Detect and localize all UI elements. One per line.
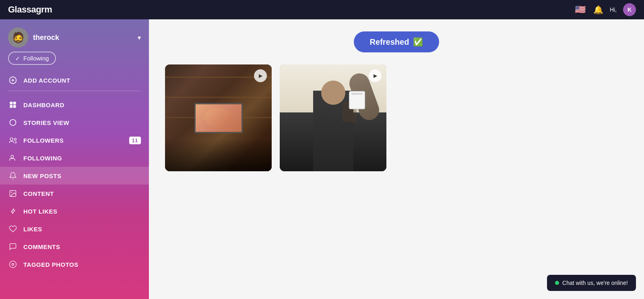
- followers-label: FOLLOWERS: [23, 137, 64, 144]
- svg-rect-6: [13, 105, 16, 108]
- svg-point-8: [10, 138, 13, 141]
- chat-label: Chat with us, we're online!: [562, 280, 628, 286]
- sidebar-item-stories-view[interactable]: STORIES VIEW: [0, 114, 149, 131]
- user-avatar[interactable]: K: [623, 3, 636, 16]
- mug: ЧАРАТОС: [349, 91, 365, 109]
- brand-text: Glassagrm: [8, 4, 52, 15]
- svg-rect-4: [13, 102, 16, 105]
- following-check-icon: ✓: [15, 55, 20, 62]
- sidebar-menu: DASHBOARD STORIES VIEW FOLLOWERS 11: [0, 93, 149, 276]
- navbar: Glassagrm 🇺🇸 🔔 Hi, K: [0, 0, 644, 19]
- tv-screen: [196, 104, 242, 132]
- following-menu-label: FOLLOWING: [23, 155, 62, 162]
- sidebar-item-following[interactable]: FOLLOWING: [0, 149, 149, 167]
- chat-widget[interactable]: Chat with us, we're online!: [547, 275, 636, 291]
- comments-label: COMMENTS: [23, 243, 60, 250]
- tv-person: [204, 108, 232, 127]
- post-card-1[interactable]: ▶: [165, 64, 272, 171]
- sidebar-item-dashboard[interactable]: DASHBOARD: [0, 96, 149, 114]
- stories-label: STORIES VIEW: [23, 119, 69, 126]
- following-icon: [8, 154, 18, 162]
- main-layout: 🧔 therock ▾ ✓ Following ADD ACCOUNT: [0, 19, 644, 299]
- likes-icon: [8, 225, 18, 233]
- sidebar-item-tagged-photos[interactable]: TAGGED PHOTOS: [0, 255, 149, 273]
- add-account-label: ADD ACCOUNT: [23, 77, 70, 84]
- followers-badge: 11: [129, 137, 141, 144]
- sidebar-divider: [8, 91, 141, 91]
- sidebar-item-hot-likes[interactable]: HOT LIKES: [0, 202, 149, 220]
- refresh-button[interactable]: Refreshed ✅: [354, 31, 440, 52]
- sidebar-item-comments[interactable]: COMMENTS: [0, 238, 149, 255]
- following-label: Following: [23, 55, 49, 62]
- sidebar-item-new-posts[interactable]: NEW POSTS: [0, 167, 149, 185]
- svg-point-7: [10, 120, 16, 126]
- play-button-2[interactable]: ▶: [369, 69, 382, 82]
- tv-element: [194, 103, 243, 133]
- flag-icon[interactable]: 🇺🇸: [574, 3, 587, 16]
- tagged-photos-icon: [8, 260, 18, 268]
- svg-point-9: [14, 138, 16, 140]
- followers-icon: [8, 136, 18, 144]
- hot-likes-icon: [8, 207, 18, 215]
- shelf-line-2: [165, 97, 272, 98]
- stories-icon: [8, 118, 18, 127]
- refresh-label: Refreshed: [370, 37, 409, 47]
- dashboard-label: DASHBOARD: [23, 102, 64, 108]
- dashboard-icon: [8, 101, 18, 109]
- posts-grid: ▶ Ч: [165, 64, 628, 171]
- sidebar-item-likes[interactable]: LIKES: [0, 220, 149, 238]
- chat-online-indicator: [555, 281, 559, 285]
- post-card-2[interactable]: ЧАРАТОС ▶: [280, 64, 386, 171]
- likes-label: LIKES: [23, 226, 42, 233]
- profile-avatar[interactable]: 🧔: [8, 27, 28, 48]
- sidebar: 🧔 therock ▾ ✓ Following ADD ACCOUNT: [0, 19, 149, 299]
- sidebar-item-content[interactable]: CONTENT: [0, 185, 149, 202]
- person-head: [321, 81, 345, 105]
- add-icon: [8, 76, 18, 84]
- content-area: Refreshed ✅: [149, 19, 644, 299]
- post-1-overlay: [165, 139, 272, 171]
- svg-point-10: [11, 155, 14, 158]
- svg-point-12: [11, 192, 12, 193]
- add-account-item[interactable]: ADD ACCOUNT: [0, 71, 149, 89]
- tagged-photos-label: TAGGED PHOTOS: [23, 261, 78, 268]
- sidebar-profile: 🧔 therock ▾: [0, 19, 149, 52]
- navbar-right: 🇺🇸 🔔 Hi, K: [574, 3, 636, 16]
- navbar-left: Glassagrm: [8, 4, 52, 15]
- content-label: CONTENT: [23, 190, 54, 197]
- comments-icon: [8, 243, 18, 251]
- sidebar-item-followers[interactable]: FOLLOWERS 11: [0, 131, 149, 149]
- svg-rect-5: [10, 105, 13, 108]
- following-button[interactable]: ✓ Following: [8, 52, 56, 65]
- new-posts-icon: [8, 172, 18, 180]
- profile-dropdown-icon[interactable]: ▾: [138, 34, 141, 42]
- hot-likes-label: HOT LIKES: [23, 208, 58, 215]
- hi-text: Hi,: [610, 6, 617, 13]
- svg-rect-3: [10, 102, 13, 105]
- refresh-check: ✅: [413, 37, 423, 47]
- new-posts-label: NEW POSTS: [23, 172, 62, 179]
- svg-point-13: [12, 264, 14, 266]
- bell-icon[interactable]: 🔔: [593, 5, 603, 15]
- brand-logo: Glassagrm: [8, 4, 52, 15]
- profile-username: therock: [33, 33, 133, 42]
- content-icon: [8, 189, 18, 197]
- play-button-1[interactable]: ▶: [254, 69, 267, 82]
